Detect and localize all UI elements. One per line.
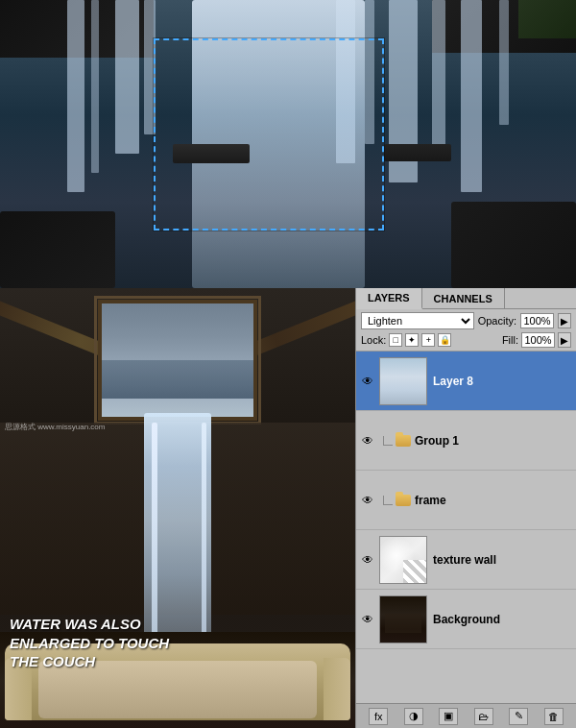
opacity-field[interactable] [520,313,554,328]
mask-button[interactable]: ▣ [439,708,458,725]
fx-button[interactable]: fx [369,708,388,725]
layer-name-frame: frame [415,494,573,507]
lock-paint-icon[interactable]: + [421,333,435,347]
overlay-text-line3: THE COUCH [10,652,169,671]
panel-bottom-bar: fx ◑ ▣ 🗁 ✎ 🗑 [356,703,576,728]
couch-armrest-right [324,658,350,720]
blend-row: Lighten Opacity: ▶ [361,312,571,329]
tab-channels[interactable]: CHANNELS [422,288,505,308]
layer-thumb-texture [379,536,427,584]
layer-name-background: Background [433,613,573,626]
layer-thumb-layer8 [379,357,427,405]
panel-tabs: LAYERS CHANNELS [356,288,576,309]
layer-name-group1: Group 1 [415,434,573,448]
overlay-text-line2: ENLARGED TO TOUCH [10,634,169,653]
folder-icon-group1 [396,435,411,447]
group-indent-frame [383,496,393,505]
layer-name-texture: texture wall [433,553,573,567]
watermark-text: 思源格式 www.missyuan.com [5,422,105,432]
eye-icon-texture[interactable]: 👁 [359,551,376,569]
window-frame-outer [94,296,261,425]
delete-layer-button[interactable]: 🗑 [544,708,564,725]
wf-stream-10 [499,0,509,125]
eye-icon-layer8[interactable]: 👁 [359,373,376,390]
layer-item-texture[interactable]: 👁 texture wall [356,530,576,590]
layer-item-background[interactable]: 👁 Background [356,590,576,649]
selection-marquee [154,38,384,231]
eye-icon-background[interactable]: 👁 [359,611,376,628]
new-group-button[interactable]: 🗁 [474,708,493,725]
rock-left [0,211,115,288]
layers-list: 👁 Layer 8 👁 Group 1 👁 [356,352,576,703]
layer-name-layer8: Layer 8 [433,375,573,388]
top-waterfall-image [0,0,576,288]
fill-arrow[interactable]: ▶ [558,332,571,348]
layer-item-layer8[interactable]: 👁 Layer 8 [356,352,576,411]
blend-mode-select[interactable]: Lighten [361,312,474,329]
layer-item-group1[interactable]: 👁 Group 1 [356,411,576,471]
opacity-arrow[interactable]: ▶ [558,313,571,328]
wf-stream-2 [91,0,99,173]
eye-icon-frame[interactable]: 👁 [359,492,376,509]
overlay-text-line1: WATER WAS ALSO [10,615,169,634]
transparency-checker [403,560,426,583]
lock-move-icon[interactable]: ✦ [405,333,419,347]
overlay-text-container: WATER WAS ALSO ENLARGED TO TOUCH THE COU… [10,615,169,671]
rock-right [451,202,576,288]
lock-label: Lock: [361,334,386,346]
layer-item-frame[interactable]: 👁 frame [356,471,576,530]
opacity-label: Opacity: [478,315,516,327]
group-indent [383,436,393,446]
fill-label: Fill: [502,334,518,346]
new-layer-button[interactable]: ✎ [509,708,528,725]
tab-layers[interactable]: LAYERS [356,288,422,309]
moss-area [518,0,576,38]
layers-panel: LAYERS CHANNELS Lighten Opacity: ▶ Lock:… [355,288,576,728]
wf-stream-8 [432,0,445,154]
wf-stream-1 [67,0,84,192]
lock-all-icon[interactable]: 🔒 [438,333,451,347]
eye-symbol: 👁 [362,375,373,388]
fill-field[interactable] [521,332,555,348]
folder-icon-frame [396,495,411,506]
layer-thumb-background [379,595,427,643]
lock-row: Lock: □ ✦ + 🔒 Fill: ▶ [361,332,571,348]
eye-icon-group1[interactable]: 👁 [359,432,376,449]
bottom-composite-image: WATER WAS ALSO ENLARGED TO TOUCH THE COU… [0,288,355,728]
lock-icon-box[interactable]: □ [389,333,402,347]
ledge-right [384,144,451,161]
adjustment-button[interactable]: ◑ [404,708,423,725]
panel-controls: Lighten Opacity: ▶ Lock: □ ✦ + 🔒 Fill: ▶ [356,309,576,352]
wf-stream-3 [115,0,139,154]
wf-stream-9 [461,0,482,192]
